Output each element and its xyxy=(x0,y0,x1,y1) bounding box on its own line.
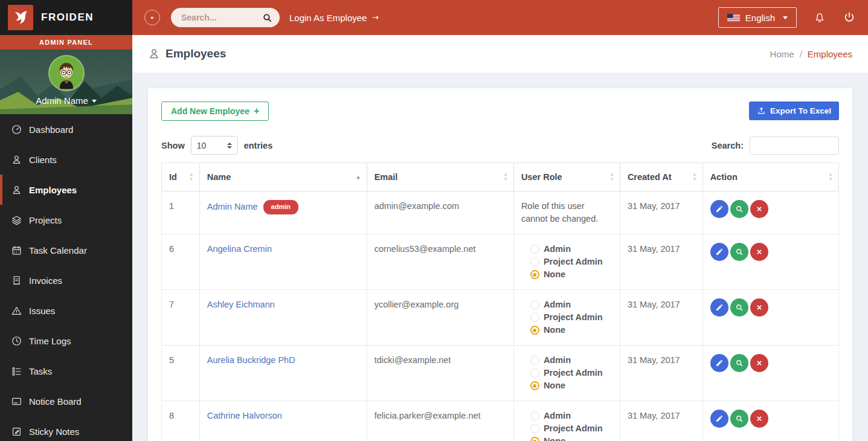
power-logout-icon[interactable] xyxy=(843,11,856,24)
view-button[interactable] xyxy=(730,243,748,261)
sidebar-item-issues[interactable]: Issues xyxy=(0,295,132,326)
sidebar-item-label: Clients xyxy=(29,155,57,165)
brand[interactable]: FROIDEN xyxy=(0,0,132,35)
user-role-radio-project-admin[interactable]: Project Admin xyxy=(521,256,612,268)
sidebar-item-task-calendar[interactable]: Task Calendar xyxy=(0,235,132,265)
breadcrumb-home[interactable]: Home xyxy=(770,49,794,59)
user-role-radio-admin[interactable]: Admin xyxy=(521,298,612,311)
delete-button[interactable] xyxy=(750,200,768,218)
user-role-radio-project-admin[interactable]: Project Admin xyxy=(521,311,612,324)
table-row: 1Admin Nameadminadmin@example.comRole of… xyxy=(162,192,839,234)
sidebar-item-projects[interactable]: Projects xyxy=(0,205,132,235)
sidebar-item-label: Issues xyxy=(29,306,55,316)
delete-button[interactable] xyxy=(750,410,768,428)
radio-icon xyxy=(530,437,539,441)
user-role-radio-admin[interactable]: Admin xyxy=(521,243,612,256)
cell-email: ycollier@example.org xyxy=(367,290,513,346)
employee-name-link[interactable]: Aurelia Buckridge PhD xyxy=(207,355,295,365)
user-role-radio-project-admin[interactable]: Project Admin xyxy=(521,367,612,379)
radio-label: None xyxy=(544,435,565,441)
page-length-select[interactable]: 10 xyxy=(191,136,238,155)
column-header-action[interactable]: Action▲▼ xyxy=(702,163,838,192)
column-header-name[interactable]: Name▲▼ xyxy=(199,163,367,192)
invoices-icon xyxy=(11,275,22,286)
language-selector[interactable]: English xyxy=(718,7,797,28)
cell-id: 8 xyxy=(162,401,200,441)
delete-button[interactable] xyxy=(750,354,768,372)
sidebar-item-time-logs[interactable]: Time Logs xyxy=(0,326,132,356)
view-button[interactable] xyxy=(730,298,748,317)
notice-board-icon xyxy=(11,396,22,407)
task-calendar-icon xyxy=(11,245,22,256)
sidebar-item-tasks[interactable]: Tasks xyxy=(0,356,132,386)
avatar[interactable] xyxy=(48,55,85,91)
column-header-created-at[interactable]: Created At▲▼ xyxy=(620,163,702,192)
sidebar-item-label: Dashboard xyxy=(29,124,73,135)
sidebar-item-invoices[interactable]: Invoices xyxy=(0,265,132,295)
notifications-bell-icon[interactable] xyxy=(813,11,826,24)
edit-button[interactable] xyxy=(710,298,728,317)
employee-name-link[interactable]: Angelina Cremin xyxy=(207,244,272,254)
sort-icon: ▲▼ xyxy=(503,172,508,182)
view-button[interactable] xyxy=(730,354,748,372)
cell-action xyxy=(702,234,838,290)
cell-email: admin@example.com xyxy=(367,192,513,234)
edit-button[interactable] xyxy=(710,243,728,261)
edit-button[interactable] xyxy=(710,200,728,218)
select-arrows-icon xyxy=(227,143,232,149)
radio-label: Admin xyxy=(544,410,571,422)
sidebar-item-label: Task Calendar xyxy=(29,245,87,256)
cell-user-role: Role of this user cannot be changed. xyxy=(513,192,620,234)
breadcrumb-separator: / xyxy=(800,49,802,59)
radio-label: None xyxy=(544,324,565,336)
login-as-employee-link[interactable]: Login As Employee xyxy=(289,13,381,23)
user-role-radio-admin[interactable]: Admin xyxy=(521,354,612,367)
user-menu[interactable]: Admin Name xyxy=(0,95,132,106)
sort-icon: ▲▼ xyxy=(609,172,614,182)
sidebar-item-sticky-notes[interactable]: Sticky Notes xyxy=(0,416,132,441)
employee-name-link[interactable]: Admin Name xyxy=(207,202,258,211)
table-search-input[interactable] xyxy=(750,137,839,155)
sidebar-item-clients[interactable]: Clients xyxy=(0,144,132,175)
sidebar-nav: Dashboard Clients Employees Projects Tas… xyxy=(0,114,132,441)
view-button[interactable] xyxy=(730,200,748,218)
edit-button[interactable] xyxy=(710,354,728,372)
user-role-radio-project-admin[interactable]: Project Admin xyxy=(521,422,612,435)
sidebar-item-label: Notice Board xyxy=(29,396,82,407)
radio-label: Admin xyxy=(544,298,571,311)
plus-icon: + xyxy=(254,106,259,117)
delete-button[interactable] xyxy=(750,298,768,317)
radio-icon xyxy=(530,326,539,335)
sidebar-item-label: Projects xyxy=(29,215,62,225)
edit-button[interactable] xyxy=(710,410,728,428)
user-role-radio-admin[interactable]: Admin xyxy=(521,410,612,422)
add-new-employee-button[interactable]: Add New Employee + xyxy=(161,101,269,121)
column-header-email[interactable]: Email▲▼ xyxy=(367,163,513,192)
cell-name: Ashley Eichmann xyxy=(199,290,367,346)
column-header-id[interactable]: Id▲▼ xyxy=(162,163,200,192)
brand-name: FROIDEN xyxy=(41,11,94,24)
radio-label: Project Admin xyxy=(544,367,603,379)
export-to-excel-button[interactable]: Export To Excel xyxy=(749,101,839,120)
column-header-user-role[interactable]: User Role▲▼ xyxy=(513,163,620,192)
sidebar-item-notice-board[interactable]: Notice Board xyxy=(0,386,132,416)
view-button[interactable] xyxy=(730,410,748,428)
search-input[interactable] xyxy=(181,13,262,22)
user-role-radio-none[interactable]: None xyxy=(521,268,612,281)
radio-icon xyxy=(530,411,539,420)
employee-name-link[interactable]: Ashley Eichmann xyxy=(207,300,275,309)
user-role-radio-none[interactable]: None xyxy=(521,435,612,441)
user-role-radio-none[interactable]: None xyxy=(521,379,612,392)
cell-user-role: AdminProject AdminNone xyxy=(513,401,620,441)
role-badge: admin xyxy=(263,200,298,214)
radio-icon xyxy=(530,245,539,254)
sidebar-item-dashboard[interactable]: Dashboard xyxy=(0,114,132,144)
user-role-radio-none[interactable]: None xyxy=(521,324,612,336)
search-icon[interactable] xyxy=(262,13,272,23)
entries-label: entries xyxy=(244,141,273,150)
sidebar-item-employees[interactable]: Employees xyxy=(0,175,132,205)
sidebar-collapse-button[interactable] xyxy=(144,10,160,25)
employee-name-link[interactable]: Cathrine Halvorson xyxy=(207,411,282,420)
arrow-right-icon xyxy=(371,13,381,22)
delete-button[interactable] xyxy=(750,243,768,261)
